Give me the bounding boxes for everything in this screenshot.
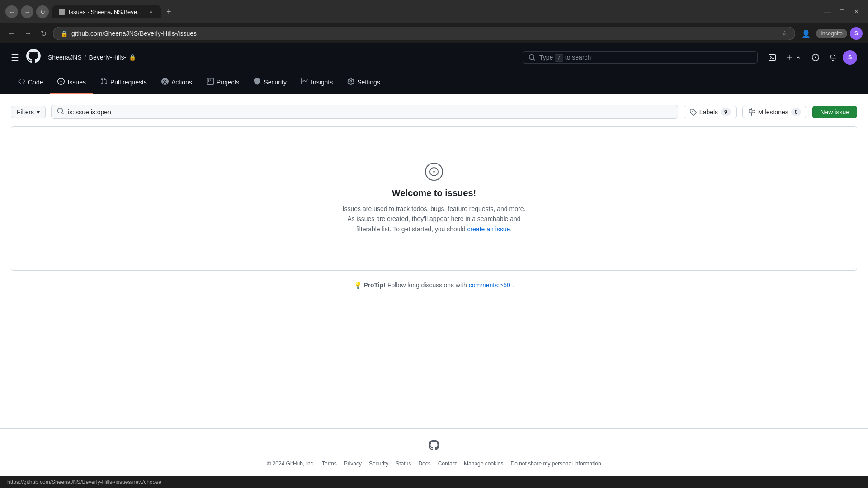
nav-actions-label: Actions	[171, 79, 192, 86]
protip-bold: ProTip!	[363, 282, 386, 289]
labels-button[interactable]: Labels 9	[684, 106, 737, 118]
address-text: github.com/SheenaJNS/Beverly-Hills-/issu…	[71, 30, 778, 37]
settings-icon	[347, 78, 354, 86]
nav-projects[interactable]: Projects	[199, 71, 247, 94]
tab-close-button[interactable]: ×	[147, 8, 155, 15]
footer-link-do-not-share[interactable]: Do not share my personal information	[510, 460, 601, 467]
nav-security[interactable]: Security	[246, 71, 294, 94]
create-issue-link[interactable]: create an issue	[467, 225, 510, 233]
issues-icon	[57, 78, 65, 86]
address-bar[interactable]: 🔒 github.com/SheenaJNS/Beverly-Hills-/is…	[53, 27, 795, 40]
nav-code-label: Code	[28, 79, 43, 86]
empty-state: Welcome to issues! Issues are used to tr…	[11, 127, 857, 270]
user-avatar[interactable]: S	[843, 50, 857, 65]
filters-label: Filters	[17, 108, 34, 116]
nav-reload-button[interactable]: ↻	[38, 28, 49, 40]
empty-state-icon	[425, 163, 443, 181]
bulb-icon: 💡	[354, 282, 362, 289]
search-placeholder-text: Type / to search	[539, 54, 591, 61]
nav-actions[interactable]: Actions	[154, 71, 199, 94]
notifications-button[interactable]	[826, 51, 840, 64]
lock-icon: 🔒	[61, 30, 68, 37]
repo-navigation: Code Issues Pull requests Actions Projec…	[0, 71, 868, 94]
back-button[interactable]: ←	[5, 5, 18, 18]
empty-state-title: Welcome to issues!	[22, 188, 846, 198]
pr-icon	[100, 78, 108, 86]
breadcrumb-repo-link[interactable]: Beverly-Hills-	[89, 54, 126, 61]
tab-title: Issues · SheenaJNS/Beverly-Hill...	[69, 9, 144, 15]
maximize-button[interactable]: □	[835, 5, 848, 18]
minimize-button[interactable]: —	[821, 5, 834, 18]
main-content: Filters ▾ Labels 9 Milestones 0 New issu…	[0, 94, 868, 410]
global-search[interactable]: Type / to search	[523, 51, 758, 64]
nav-insights[interactable]: Insights	[294, 71, 340, 94]
footer-link-terms[interactable]: Terms	[322, 460, 337, 467]
github-logo	[26, 49, 41, 66]
labels-text: Labels	[699, 108, 718, 116]
nav-pull-requests[interactable]: Pull requests	[93, 71, 154, 94]
issues-toolbar: Filters ▾ Labels 9 Milestones 0 New issu…	[11, 105, 857, 119]
footer-link-security[interactable]: Security	[369, 460, 388, 467]
labels-count: 9	[721, 108, 731, 116]
insights-icon	[301, 78, 308, 86]
filters-chevron-icon: ▾	[37, 108, 40, 116]
filters-button[interactable]: Filters ▾	[11, 106, 46, 118]
nav-code[interactable]: Code	[11, 71, 50, 94]
issues-button[interactable]	[808, 51, 823, 64]
breadcrumb-user-link[interactable]: SheenaJNS	[48, 54, 82, 61]
active-tab[interactable]: Issues · SheenaJNS/Beverly-Hill... ×	[52, 5, 161, 18]
nav-pr-label: Pull requests	[110, 79, 147, 86]
issue-search-box[interactable]	[51, 105, 678, 119]
nav-back-button[interactable]: ←	[5, 28, 18, 39]
terminal-button[interactable]	[765, 51, 779, 64]
breadcrumb-separator: /	[85, 54, 86, 61]
new-issue-button[interactable]: New issue	[812, 106, 857, 118]
profile-button[interactable]: 👤	[799, 28, 813, 40]
code-icon	[18, 78, 25, 86]
footer-logo	[429, 440, 439, 453]
nav-projects-label: Projects	[217, 79, 240, 86]
footer-links: © 2024 GitHub, Inc. Terms Privacy Securi…	[267, 460, 601, 467]
footer-link-docs[interactable]: Docs	[418, 460, 430, 467]
reload-button[interactable]: ↻	[36, 5, 49, 18]
search-icon	[528, 54, 536, 61]
security-icon	[254, 78, 261, 86]
projects-icon	[207, 78, 214, 86]
tab-bar: Issues · SheenaJNS/Beverly-Hill... × +	[52, 5, 817, 19]
create-new-button[interactable]	[782, 51, 806, 64]
footer-copyright: © 2024 GitHub, Inc.	[267, 460, 315, 467]
footer-link-contact[interactable]: Contact	[438, 460, 457, 467]
browser-nav-controls: ← → ↻	[5, 5, 49, 18]
milestones-text: Milestones	[758, 108, 788, 116]
status-bar: https://github.com/SheenaJNS/Beverly-Hil…	[0, 476, 868, 488]
actions-icon	[161, 78, 169, 86]
protip-link[interactable]: comments:>50	[469, 282, 510, 289]
browser-avatar[interactable]: S	[850, 27, 863, 40]
milestones-button[interactable]: Milestones 0	[742, 106, 807, 118]
issues-container: Welcome to issues! Issues are used to tr…	[11, 126, 857, 271]
protip-text: Follow long discussions with	[387, 282, 469, 289]
forward-button[interactable]: →	[21, 5, 33, 18]
close-window-button[interactable]: ×	[850, 5, 863, 18]
issue-filter-input[interactable]	[68, 108, 672, 116]
empty-state-description: Issues are used to track todos, bugs, fe…	[339, 204, 529, 234]
github-header: ☰ SheenaJNS / Beverly-Hills- 🔒 Type / to…	[0, 43, 868, 71]
hamburger-menu-button[interactable]: ☰	[11, 52, 19, 63]
protip-section: 💡 ProTip! Follow long discussions with c…	[11, 271, 857, 300]
header-actions: S	[765, 50, 857, 65]
nav-issues[interactable]: Issues	[50, 71, 93, 94]
nav-forward-button[interactable]: →	[22, 28, 34, 39]
nav-insights-label: Insights	[311, 79, 333, 86]
address-bar-row: ← → ↻ 🔒 github.com/SheenaJNS/Beverly-Hil…	[0, 23, 868, 43]
search-input-box[interactable]: Type / to search	[523, 51, 758, 64]
footer-link-manage-cookies[interactable]: Manage cookies	[464, 460, 503, 467]
footer-link-status[interactable]: Status	[396, 460, 411, 467]
footer-link-privacy[interactable]: Privacy	[344, 460, 362, 467]
new-tab-button[interactable]: +	[163, 5, 175, 19]
milestones-count: 0	[791, 108, 802, 116]
browser-extras: 👤 Incognito S	[799, 27, 863, 40]
nav-issues-label: Issues	[67, 79, 85, 86]
nav-settings[interactable]: Settings	[340, 71, 387, 94]
protip-end: .	[512, 282, 514, 289]
browser-chrome: ← → ↻ Issues · SheenaJNS/Beverly-Hill...…	[0, 0, 868, 23]
